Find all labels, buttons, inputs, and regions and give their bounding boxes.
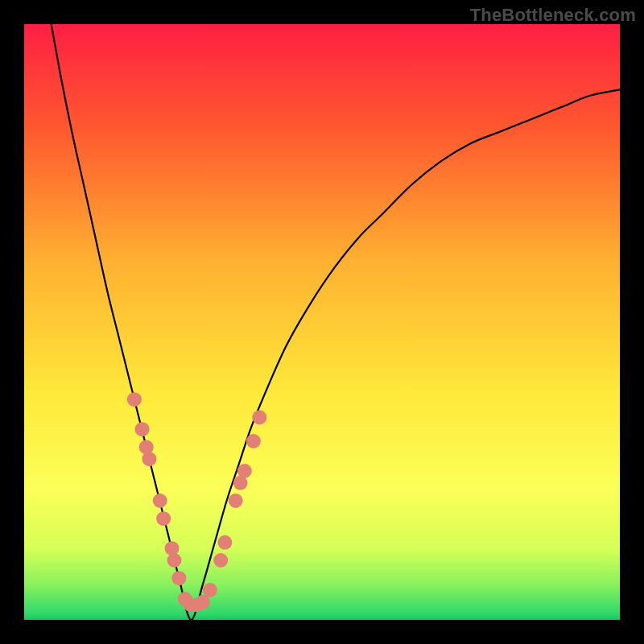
watermark-text: TheBottleneck.com bbox=[470, 5, 636, 26]
highlight-dot bbox=[252, 410, 266, 424]
highlight-dot bbox=[246, 434, 261, 448]
highlight-dot bbox=[165, 541, 180, 555]
highlight-dot bbox=[127, 392, 142, 407]
highlight-dot bbox=[217, 535, 232, 550]
highlight-dot bbox=[142, 452, 156, 466]
gradient-background bbox=[24, 24, 620, 620]
highlight-dot bbox=[156, 511, 171, 526]
plot-svg bbox=[24, 24, 620, 620]
plot-area bbox=[24, 24, 620, 620]
chart-frame: TheBottleneck.com bbox=[0, 0, 644, 644]
highlight-dot bbox=[153, 493, 167, 508]
highlight-dot bbox=[237, 464, 252, 478]
highlight-dot bbox=[229, 493, 243, 508]
highlight-dot bbox=[203, 583, 217, 597]
highlight-dot bbox=[167, 553, 181, 568]
highlight-dot bbox=[213, 553, 228, 568]
highlight-dot bbox=[171, 571, 186, 585]
highlight-dot bbox=[135, 422, 150, 436]
